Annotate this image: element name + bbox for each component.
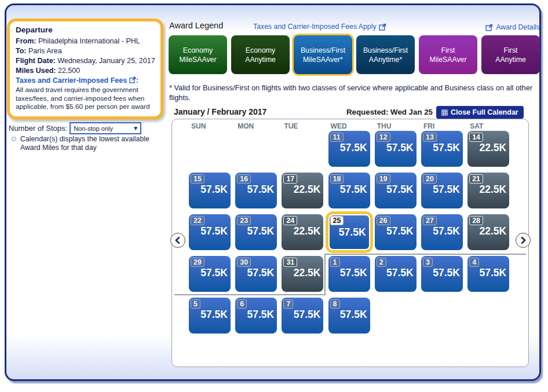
award-calendar-page: Departure From: Philadelphia Internation… bbox=[0, 0, 548, 392]
day-number-badge: 8 bbox=[330, 299, 340, 309]
legend-button-line1: Economy bbox=[183, 46, 213, 55]
close-full-calendar-button[interactable]: Close Full Calendar bbox=[436, 106, 524, 119]
day-number-badge: 29 bbox=[191, 258, 204, 267]
dropdown-caret-icon: ▼ bbox=[133, 125, 138, 131]
day-number-badge: 21 bbox=[469, 174, 483, 184]
calendar-day-cell-7[interactable]: 757.5K bbox=[282, 298, 323, 334]
award-miles-value: 22.5K bbox=[294, 267, 321, 279]
legend-button-line1: First bbox=[441, 46, 455, 55]
calendar-day-cell-5[interactable]: 557.5K bbox=[189, 298, 231, 334]
award-miles-value: 57.5K bbox=[386, 225, 414, 237]
award-legend-title: Award Legend bbox=[169, 21, 223, 30]
taxes-fees-link[interactable]: Taxes and Carrier-Imposed Fees : bbox=[16, 76, 155, 85]
chevron-right-icon bbox=[520, 237, 527, 244]
calendar-day-cell-13[interactable]: 1357.5K bbox=[421, 131, 463, 167]
day-headers-row: SUNMONTUEWEDTHUFRISAT bbox=[189, 122, 509, 130]
calendar-day-cell-8[interactable]: 857.5K bbox=[328, 298, 370, 334]
calendar-day-cell-3[interactable]: 357.5K bbox=[421, 256, 463, 292]
calendar-day-cell-20[interactable]: 2057.5K bbox=[421, 173, 463, 208]
previous-period-arrow-button[interactable] bbox=[170, 233, 185, 248]
calendar-day-cell-1[interactable]: 157.5K bbox=[328, 256, 370, 292]
legend-button-line1: Economy bbox=[246, 46, 275, 55]
day-number-badge: 5 bbox=[191, 299, 200, 309]
day-number-badge: 27 bbox=[423, 216, 437, 225]
calendar-day-cell-15[interactable]: 1557.5K bbox=[189, 173, 231, 208]
day-header-wed: WED bbox=[328, 122, 370, 130]
taxes-fees-apply-link[interactable]: Taxes and Carrier-Imposed Fees Apply bbox=[253, 23, 386, 31]
external-link-icon bbox=[379, 23, 386, 31]
external-link-icon bbox=[129, 76, 136, 83]
legend-button-business-first-milesaaver-[interactable]: Business/FirstMileSAAver* bbox=[294, 35, 352, 74]
month-separator-line bbox=[174, 294, 326, 295]
day-number-badge: 26 bbox=[377, 216, 390, 225]
calendar-day-cell-30[interactable]: 3057.5K bbox=[235, 256, 277, 292]
departure-fields: From: Philadelphia International - PHLTo… bbox=[16, 36, 155, 76]
calendar-day-cell-27[interactable]: 2757.5K bbox=[421, 214, 463, 250]
taxes-fees-link-colon: : bbox=[136, 76, 138, 85]
number-of-stops-label: Number of Stops: bbox=[9, 124, 67, 133]
award-miles-value: 57.5K bbox=[247, 267, 274, 279]
day-number-badge: 2 bbox=[377, 258, 386, 267]
legend-button-line2: AAnytime bbox=[495, 55, 526, 64]
taxes-fees-link-label: Taxes and Carrier-Imposed Fees bbox=[16, 76, 127, 85]
calendar-day-cell-18[interactable]: 1857.5K bbox=[328, 173, 370, 208]
month-separator-line bbox=[324, 254, 526, 255]
day-number-badge: 17 bbox=[283, 174, 297, 184]
day-number-badge: 30 bbox=[237, 258, 251, 267]
legend-button-line1: First bbox=[504, 46, 518, 55]
award-miles-value: 57.5K bbox=[339, 226, 366, 239]
award-miles-value: 57.5K bbox=[247, 225, 274, 237]
day-number-badge: 16 bbox=[237, 174, 251, 184]
award-miles-value: 57.5K bbox=[340, 309, 367, 321]
calendar-day-cell-24[interactable]: 2422.5K bbox=[282, 214, 323, 250]
day-header-fri: FRI bbox=[421, 122, 463, 130]
next-period-arrow-button[interactable] bbox=[516, 233, 531, 248]
calendar-day-cell-11[interactable]: 1157.5K bbox=[328, 131, 370, 167]
calendar-day-cell-23[interactable]: 2357.5K bbox=[235, 214, 277, 250]
legend-button-economy-milesaaver[interactable]: EconomyMileSAAver bbox=[169, 35, 227, 74]
taxes-fees-apply-label: Taxes and Carrier-Imposed Fees Apply bbox=[253, 23, 377, 31]
award-miles-value: 57.5K bbox=[340, 142, 367, 154]
award-miles-value: 57.5K bbox=[200, 225, 228, 237]
calendar-day-cell-25[interactable]: 2557.5K bbox=[328, 214, 370, 250]
calendar-day-cell-28[interactable]: 2822.5K bbox=[467, 214, 509, 250]
day-number-badge: 7 bbox=[283, 299, 293, 309]
calendar-day-cell-29[interactable]: 2957.5K bbox=[189, 256, 231, 292]
number-of-stops-select[interactable]: Non-stop only ▼ bbox=[70, 122, 141, 134]
legend-button-line2: MileSAAver* bbox=[303, 55, 343, 64]
award-miles-value: 57.5K bbox=[200, 309, 228, 321]
calendar-day-cell-17[interactable]: 1722.5K bbox=[282, 173, 323, 208]
day-number-badge: 6 bbox=[237, 299, 247, 309]
award-miles-value: 22.5K bbox=[479, 142, 506, 154]
fees-disclaimer-text: All award travel requires the government… bbox=[16, 86, 155, 111]
legend-button-first-milesaaver[interactable]: FirstMileSAAver bbox=[419, 35, 477, 74]
calendar-day-cell-19[interactable]: 1957.5K bbox=[375, 173, 417, 208]
award-miles-value: 57.5K bbox=[294, 309, 321, 321]
calendar-day-cell-16[interactable]: 1657.5K bbox=[235, 173, 277, 208]
calendar-day-cell-21[interactable]: 2122.5K bbox=[467, 173, 509, 208]
calendar-note-text: Calendar(s) displays the lowest availabl… bbox=[20, 135, 156, 152]
legend-button-first-aanytime[interactable]: FirstAAnytime bbox=[481, 35, 540, 74]
day-number-badge: 13 bbox=[423, 133, 437, 142]
legend-button-business-first-aanytime-[interactable]: Business/FirstAAnytime* bbox=[356, 35, 415, 74]
calendar-day-cell-2[interactable]: 257.5K bbox=[375, 256, 417, 292]
day-number-badge: 25 bbox=[330, 216, 344, 225]
award-miles-value: 57.5K bbox=[433, 225, 460, 237]
calendar-day-cell-22[interactable]: 2257.5K bbox=[189, 214, 231, 250]
award-details-label: Award Details bbox=[496, 23, 540, 31]
calendar-day-cell-4[interactable]: 457.5K bbox=[467, 256, 509, 292]
calendar-day-cell-6[interactable]: 657.5K bbox=[235, 298, 277, 334]
calendar-day-cell-12[interactable]: 1257.5K bbox=[375, 131, 417, 167]
legend-button-economy-aanytime[interactable]: EconomyAAnytime bbox=[231, 35, 290, 74]
day-number-badge: 31 bbox=[283, 258, 297, 267]
calendar-day-cell-14[interactable]: 1422.5K bbox=[467, 131, 509, 167]
day-number-badge: 22 bbox=[191, 216, 204, 225]
legend-button-line1: Business/First bbox=[301, 46, 345, 55]
legend-button-line1: Business/First bbox=[363, 46, 408, 55]
day-number-badge: 1 bbox=[330, 258, 340, 267]
award-details-link[interactable]: Award Details bbox=[485, 23, 540, 31]
day-number-badge: 3 bbox=[423, 258, 433, 267]
departure-field: Miles Used: 22,500 bbox=[16, 66, 155, 76]
calendar-day-cell-31[interactable]: 3122.5K bbox=[282, 256, 323, 292]
calendar-day-cell-26[interactable]: 2657.5K bbox=[375, 214, 417, 250]
